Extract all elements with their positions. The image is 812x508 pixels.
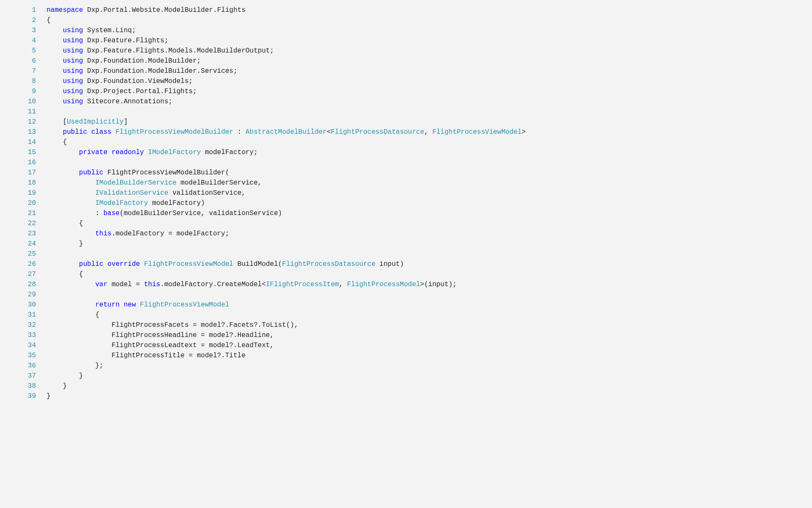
code-text[interactable] [47, 290, 812, 300]
code-text[interactable]: using Dxp.Foundation.ModelBuilder; [47, 56, 812, 66]
code-line[interactable]: 6 using Dxp.Foundation.ModelBuilder; [0, 56, 812, 66]
code-line[interactable]: 8 using Dxp.Foundation.ViewModels; [0, 76, 812, 86]
code-line[interactable]: 16 [0, 157, 812, 168]
code-text[interactable]: this.modelFactory = modelFactory; [47, 229, 812, 239]
line-number: 20 [0, 198, 47, 208]
line-number: 4 [0, 36, 47, 46]
code-line[interactable]: 4 using Dxp.Feature.Flights; [0, 36, 812, 46]
code-text[interactable]: FlightProcessTitle = model?.Title [47, 351, 812, 361]
code-line[interactable]: 12 [UsedImplicitly] [0, 117, 812, 127]
code-line[interactable]: 9 using Dxp.Project.Portal.Flights; [0, 86, 812, 97]
code-line[interactable]: 27 { [0, 269, 812, 279]
line-number: 24 [0, 239, 47, 249]
code-line[interactable]: 14 { [0, 137, 812, 147]
code-text[interactable]: { [47, 310, 812, 320]
code-line[interactable]: 2{ [0, 15, 812, 25]
code-text[interactable]: } [47, 371, 812, 381]
code-line[interactable]: 3 using System.Linq; [0, 25, 812, 36]
code-text[interactable]: } [47, 381, 812, 391]
line-number: 19 [0, 188, 47, 198]
line-number: 5 [0, 46, 47, 56]
code-text[interactable]: using Dxp.Project.Portal.Flights; [47, 86, 812, 97]
code-text[interactable]: public override FlightProcessViewModel B… [47, 259, 812, 269]
code-line[interactable]: 23 this.modelFactory = modelFactory; [0, 229, 812, 239]
code-text[interactable]: } [47, 239, 812, 249]
code-text[interactable]: FlightProcessLeadtext = model?.LeadText, [47, 340, 812, 351]
code-text[interactable]: }; [47, 361, 812, 371]
code-line[interactable]: 30 return new FlightProcessViewModel [0, 300, 812, 310]
code-text[interactable]: FlightProcessHeadline = model?.Headline, [47, 330, 812, 340]
line-number: 25 [0, 249, 47, 259]
code-line[interactable]: 37 } [0, 371, 812, 381]
code-text[interactable]: : base(modelBuilderService, validationSe… [47, 208, 812, 218]
code-line[interactable]: 7 using Dxp.Foundation.ModelBuilder.Serv… [0, 66, 812, 76]
code-line[interactable]: 36 }; [0, 361, 812, 371]
code-line[interactable]: 31 { [0, 310, 812, 320]
line-number: 15 [0, 147, 47, 157]
line-number: 23 [0, 229, 47, 239]
code-line[interactable]: 13 public class FlightProcessViewModelBu… [0, 127, 812, 137]
code-line[interactable]: 35 FlightProcessTitle = model?.Title [0, 351, 812, 361]
code-text[interactable]: var model = this.modelFactory.CreateMode… [47, 279, 812, 290]
code-text[interactable]: using Dxp.Foundation.ModelBuilder.Servic… [47, 66, 812, 76]
code-text[interactable]: public FlightProcessViewModelBuilder( [47, 168, 812, 178]
code-text[interactable]: using Dxp.Feature.Flights; [47, 36, 812, 46]
code-text[interactable]: return new FlightProcessViewModel [47, 300, 812, 310]
code-text[interactable]: using Dxp.Feature.Flights.Models.ModelBu… [47, 46, 812, 56]
code-editor[interactable]: 1namespace Dxp.Portal.Website.ModelBuild… [0, 5, 812, 401]
code-line[interactable]: 22 { [0, 218, 812, 229]
code-line[interactable]: 25 [0, 249, 812, 259]
code-line[interactable]: 39} [0, 391, 812, 401]
code-line[interactable]: 28 var model = this.modelFactory.CreateM… [0, 279, 812, 290]
code-line[interactable]: 11 [0, 107, 812, 117]
line-number: 13 [0, 127, 47, 137]
line-number: 29 [0, 290, 47, 300]
code-text[interactable] [47, 157, 812, 168]
line-number: 38 [0, 381, 47, 391]
code-line[interactable]: 32 FlightProcessFacets = model?.Facets?.… [0, 320, 812, 330]
code-line[interactable]: 29 [0, 290, 812, 300]
code-line[interactable]: 17 public FlightProcessViewModelBuilder( [0, 168, 812, 178]
code-text[interactable]: { [47, 218, 812, 229]
code-text[interactable]: [UsedImplicitly] [47, 117, 812, 127]
code-text[interactable]: FlightProcessFacets = model?.Facets?.ToL… [47, 320, 812, 330]
code-line[interactable]: 1namespace Dxp.Portal.Website.ModelBuild… [0, 5, 812, 15]
line-number: 28 [0, 279, 47, 290]
code-text[interactable]: } [47, 391, 812, 401]
line-number: 1 [0, 5, 47, 15]
code-text[interactable]: using Sitecore.Annotations; [47, 97, 812, 107]
code-text[interactable]: IModelFactory modelFactory) [47, 198, 812, 208]
code-text[interactable]: using System.Linq; [47, 25, 812, 36]
code-text[interactable]: private readonly IModelFactory modelFact… [47, 147, 812, 157]
code-line[interactable]: 15 private readonly IModelFactory modelF… [0, 147, 812, 157]
code-text[interactable]: { [47, 269, 812, 279]
code-line[interactable]: 24 } [0, 239, 812, 249]
line-number: 34 [0, 340, 47, 351]
code-line[interactable]: 18 IModelBuilderService modelBuilderServ… [0, 178, 812, 188]
code-text[interactable] [47, 107, 812, 117]
code-line[interactable]: 10 using Sitecore.Annotations; [0, 97, 812, 107]
code-line[interactable]: 34 FlightProcessLeadtext = model?.LeadTe… [0, 340, 812, 351]
code-text[interactable]: using Dxp.Foundation.ViewModels; [47, 76, 812, 86]
code-text[interactable]: public class FlightProcessViewModelBuild… [47, 127, 812, 137]
code-line[interactable]: 33 FlightProcessHeadline = model?.Headli… [0, 330, 812, 340]
code-line[interactable]: 26 public override FlightProcessViewMode… [0, 259, 812, 269]
code-line[interactable]: 19 IValidationService validationService, [0, 188, 812, 198]
line-number: 37 [0, 371, 47, 381]
code-line[interactable]: 38 } [0, 381, 812, 391]
code-line[interactable]: 21 : base(modelBuilderService, validatio… [0, 208, 812, 218]
line-number: 33 [0, 330, 47, 340]
code-text[interactable]: { [47, 137, 812, 147]
code-text[interactable] [47, 249, 812, 259]
line-number: 11 [0, 107, 47, 117]
line-number: 12 [0, 117, 47, 127]
code-text[interactable]: { [47, 15, 812, 25]
code-line[interactable]: 5 using Dxp.Feature.Flights.Models.Model… [0, 46, 812, 56]
line-number: 35 [0, 351, 47, 361]
line-number: 3 [0, 25, 47, 36]
line-number: 2 [0, 15, 47, 25]
code-text[interactable]: IModelBuilderService modelBuilderService… [47, 178, 812, 188]
code-line[interactable]: 20 IModelFactory modelFactory) [0, 198, 812, 208]
code-text[interactable]: IValidationService validationService, [47, 188, 812, 198]
code-text[interactable]: namespace Dxp.Portal.Website.ModelBuilde… [47, 5, 812, 15]
